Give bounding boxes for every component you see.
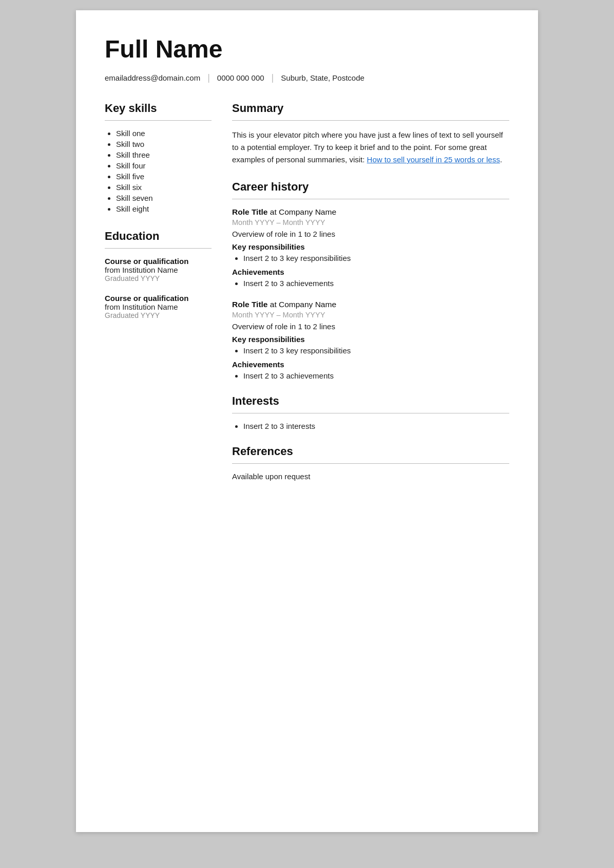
skills-list: Skill one Skill two Skill three Skill fo… xyxy=(105,129,212,213)
summary-link[interactable]: How to sell yourself in 25 words or less xyxy=(367,155,500,164)
resume-page: Full Name emailaddress@domain.com | 0000… xyxy=(76,10,538,832)
left-column: Key skills Skill one Skill two Skill thr… xyxy=(105,102,228,495)
summary-section: Summary This is your elevator pitch wher… xyxy=(232,102,509,166)
summary-title: Summary xyxy=(232,102,509,115)
main-layout: Key skills Skill one Skill two Skill thr… xyxy=(105,102,509,495)
list-item: Insert 2 to 3 key responsibilities xyxy=(243,346,509,355)
education-title: Education xyxy=(105,230,212,243)
list-item: Insert 2 to 3 achievements xyxy=(243,279,509,288)
list-item: Skill eight xyxy=(116,204,212,213)
skills-section: Key skills Skill one Skill two Skill thr… xyxy=(105,102,212,213)
right-column: Summary This is your elevator pitch wher… xyxy=(228,102,509,495)
achievements-title-1: Achievements xyxy=(232,268,509,276)
job-title-1: Role Title at Company Name xyxy=(232,207,509,217)
role-rest-1: at Company Name xyxy=(267,207,336,216)
edu-institution-1: from Institution Name xyxy=(105,266,212,274)
references-divider xyxy=(232,463,509,464)
location: Suburb, State, Postcode xyxy=(281,73,364,82)
role-rest-2: at Company Name xyxy=(267,300,336,309)
list-item: Skill one xyxy=(116,129,212,138)
role-bold-1: Role Title xyxy=(232,207,267,216)
education-section: Education Course or qualification from I… xyxy=(105,230,212,319)
summary-text: This is your elevator pitch where you ha… xyxy=(232,129,509,166)
responsibilities-title-1: Key responsibilities xyxy=(232,242,509,251)
responsibilities-list-1: Insert 2 to 3 key responsibilities xyxy=(232,254,509,262)
job-block-1: Role Title at Company Name Month YYYY – … xyxy=(232,207,509,288)
list-item: Skill six xyxy=(116,183,212,192)
career-section: Career history Role Title at Company Nam… xyxy=(232,180,509,380)
list-item: Skill seven xyxy=(116,194,212,202)
achievements-list-2: Insert 2 to 3 achievements xyxy=(232,371,509,380)
contact-bar: emailaddress@domain.com | 0000 000 000 |… xyxy=(105,72,509,83)
summary-suffix: . xyxy=(500,155,502,164)
interests-title: Interests xyxy=(232,394,509,408)
header-section: Full Name emailaddress@domain.com | 0000… xyxy=(105,35,509,83)
references-section: References Available upon request xyxy=(232,445,509,481)
list-item: Skill five xyxy=(116,172,212,181)
sep1: | xyxy=(207,72,210,83)
education-divider xyxy=(105,248,212,249)
achievements-list-1: Insert 2 to 3 achievements xyxy=(232,279,509,288)
list-item: Skill two xyxy=(116,140,212,148)
edu-graduated-2: Graduated YYYY xyxy=(105,311,212,319)
references-title: References xyxy=(232,445,509,458)
edu-graduated-1: Graduated YYYY xyxy=(105,274,212,282)
list-item: Insert 2 to 3 interests xyxy=(243,422,509,430)
job-dates-1: Month YYYY – Month YYYY xyxy=(232,218,509,227)
full-name: Full Name xyxy=(105,35,509,63)
interests-list: Insert 2 to 3 interests xyxy=(232,422,509,430)
job-overview-1: Overview of role in 1 to 2 lines xyxy=(232,230,509,238)
achievements-title-2: Achievements xyxy=(232,360,509,369)
phone: 0000 000 000 xyxy=(217,73,264,82)
job-title-2: Role Title at Company Name xyxy=(232,300,509,309)
list-item: Skill four xyxy=(116,161,212,170)
skills-divider xyxy=(105,120,212,121)
edu-institution-2: from Institution Name xyxy=(105,303,212,311)
edu-item-2: Course or qualification from Institution… xyxy=(105,294,212,319)
summary-divider xyxy=(232,120,509,121)
career-divider xyxy=(232,199,509,199)
edu-item-1: Course or qualification from Institution… xyxy=(105,257,212,282)
interests-divider xyxy=(232,413,509,413)
references-text: Available upon request xyxy=(232,472,509,481)
job-block-2: Role Title at Company Name Month YYYY – … xyxy=(232,300,509,380)
email: emailaddress@domain.com xyxy=(105,73,200,82)
list-item: Insert 2 to 3 achievements xyxy=(243,371,509,380)
role-bold-2: Role Title xyxy=(232,300,267,309)
job-dates-2: Month YYYY – Month YYYY xyxy=(232,311,509,319)
responsibilities-list-2: Insert 2 to 3 key responsibilities xyxy=(232,346,509,355)
skills-title: Key skills xyxy=(105,102,212,115)
list-item: Insert 2 to 3 key responsibilities xyxy=(243,254,509,262)
edu-course-2: Course or qualification xyxy=(105,294,212,303)
edu-course-1: Course or qualification xyxy=(105,257,212,266)
responsibilities-title-2: Key responsibilities xyxy=(232,335,509,344)
list-item: Skill three xyxy=(116,150,212,159)
career-title: Career history xyxy=(232,180,509,194)
sep2: | xyxy=(272,72,274,83)
interests-section: Interests Insert 2 to 3 interests xyxy=(232,394,509,430)
job-overview-2: Overview of role in 1 to 2 lines xyxy=(232,322,509,331)
